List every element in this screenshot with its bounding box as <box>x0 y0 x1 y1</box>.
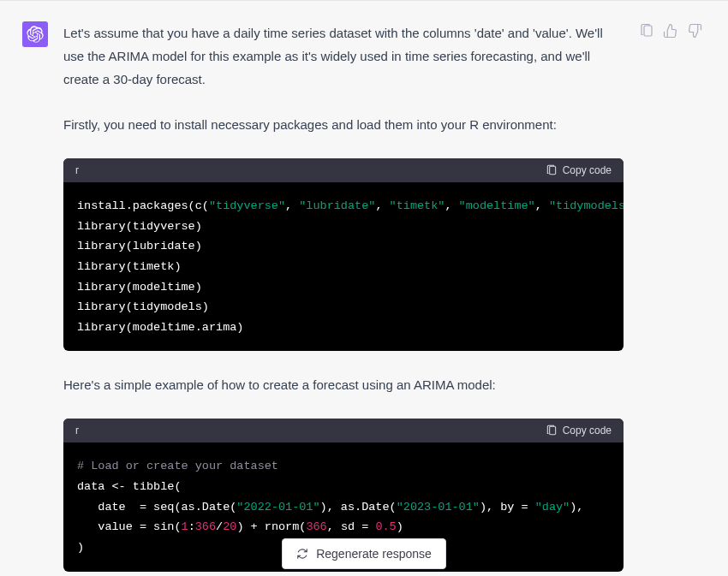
assistant-avatar <box>22 21 48 47</box>
code-header: r Copy code <box>63 419 624 442</box>
regenerate-label: Regenerate response <box>316 547 432 561</box>
svg-rect-1 <box>549 427 555 435</box>
clipboard-icon <box>639 23 654 39</box>
copy-code-label: Copy code <box>563 425 612 436</box>
intro-paragraph: Let's assume that you have a daily time … <box>63 21 624 91</box>
copy-code-button[interactable]: Copy code <box>546 425 612 436</box>
message-content: Let's assume that you have a daily time … <box>63 16 624 576</box>
code-language-label: r <box>75 425 79 436</box>
code-block-1: r Copy code install.packages(c("tidyvers… <box>63 158 624 351</box>
openai-logo-icon <box>27 26 44 43</box>
code-language-label: r <box>75 164 79 176</box>
copy-message-button[interactable] <box>639 23 654 39</box>
code-header: r Copy code <box>63 158 624 182</box>
refresh-icon <box>296 548 308 560</box>
assistant-message-row: Let's assume that you have a daily time … <box>0 1 728 576</box>
thumbs-down-icon <box>687 23 702 39</box>
message-actions <box>639 16 707 576</box>
thumbs-up-button[interactable] <box>663 23 678 39</box>
thumbs-up-icon <box>663 23 678 39</box>
svg-rect-2 <box>644 26 652 36</box>
clipboard-icon <box>546 164 558 176</box>
clipboard-icon <box>546 425 558 436</box>
install-paragraph: Firstly, you need to install necessary p… <box>63 113 624 136</box>
regenerate-button[interactable]: Regenerate response <box>282 538 446 569</box>
code-body-1[interactable]: install.packages(c("tidyverse", "lubrida… <box>63 182 624 351</box>
thumbs-down-button[interactable] <box>687 23 702 39</box>
svg-rect-0 <box>549 166 555 174</box>
example-paragraph: Here's a simple example of how to create… <box>63 373 624 396</box>
copy-code-label: Copy code <box>563 164 612 176</box>
copy-code-button[interactable]: Copy code <box>546 164 612 176</box>
